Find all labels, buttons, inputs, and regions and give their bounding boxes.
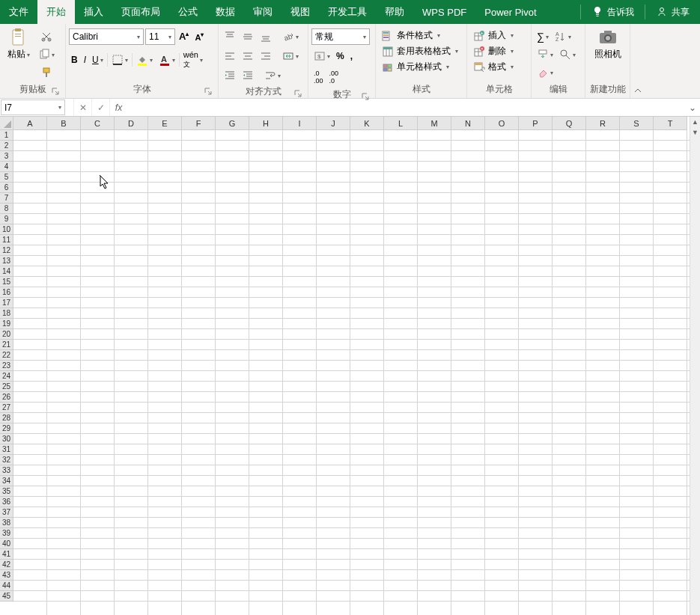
row-header[interactable]: 21 <box>0 340 13 350</box>
row-header[interactable]: 16 <box>0 287 13 298</box>
row-header[interactable]: 38 <box>0 518 13 528</box>
scroll-up-button[interactable]: ▲ <box>690 117 700 127</box>
scroll-down-button[interactable]: ▼ <box>690 127 700 138</box>
row-header[interactable]: 28 <box>0 413 13 423</box>
row-header[interactable]: 18 <box>0 308 13 319</box>
align-right-button[interactable] <box>258 48 274 64</box>
column-header[interactable]: B <box>47 117 81 130</box>
column-header[interactable]: S <box>620 117 654 130</box>
cancel-formula-button[interactable]: ✕ <box>73 99 91 116</box>
column-header[interactable]: F <box>182 117 216 130</box>
tab-wps-pdf[interactable]: WPS PDF <box>413 0 475 24</box>
row-header[interactable]: 17 <box>0 298 13 308</box>
spreadsheet-grid[interactable]: ABCDEFGHIJKLMNOPQRST 1234567891011121314… <box>0 117 700 615</box>
fill-button[interactable] <box>535 46 556 63</box>
cut-button[interactable] <box>36 28 57 45</box>
align-center-button[interactable] <box>240 48 256 64</box>
row-header[interactable]: 11 <box>0 235 13 245</box>
row-header[interactable]: 5 <box>0 172 13 183</box>
row-header[interactable]: 19 <box>0 319 13 329</box>
row-header[interactable]: 2 <box>0 141 13 151</box>
row-header[interactable]: 26 <box>0 392 13 403</box>
select-all-corner[interactable] <box>0 117 13 130</box>
row-header[interactable]: 8 <box>0 204 13 214</box>
column-header[interactable]: L <box>384 117 418 130</box>
cells-area[interactable] <box>13 130 690 615</box>
font-size-select[interactable]: 11▾ <box>145 28 175 45</box>
align-middle-button[interactable] <box>240 28 256 45</box>
row-header[interactable]: 3 <box>0 151 13 162</box>
row-header[interactable]: 33 <box>0 465 13 476</box>
column-header[interactable]: I <box>283 117 317 130</box>
name-box[interactable]: I7▾ <box>1 100 65 115</box>
row-header[interactable]: 39 <box>0 528 13 539</box>
decrease-font-button[interactable]: A▾ <box>192 29 206 44</box>
collapse-ribbon-button[interactable] <box>630 24 645 98</box>
row-header[interactable]: 36 <box>0 497 13 507</box>
phonetic-button[interactable]: wén文 <box>181 48 205 72</box>
enter-formula-button[interactable]: ✓ <box>91 99 109 116</box>
column-header[interactable]: D <box>115 117 148 130</box>
tab-home[interactable]: 开始 <box>37 0 75 24</box>
row-header[interactable]: 15 <box>0 277 13 287</box>
increase-decimal-button[interactable]: .0.00 <box>311 67 326 87</box>
column-header[interactable]: M <box>418 117 451 130</box>
camera-button[interactable]: 照相机 <box>588 25 627 61</box>
percent-button[interactable]: % <box>334 49 347 64</box>
fill-color-button[interactable] <box>134 52 155 68</box>
row-header[interactable]: 13 <box>0 256 13 266</box>
format-cells-button[interactable]: 格式 <box>470 60 517 74</box>
column-header[interactable]: G <box>216 117 249 130</box>
share-button[interactable]: 共享 <box>645 0 700 24</box>
align-top-button[interactable] <box>222 28 238 45</box>
underline-button[interactable]: U <box>90 52 106 67</box>
row-header[interactable]: 25 <box>0 382 13 392</box>
tab-insert[interactable]: 插入 <box>75 0 112 24</box>
column-header[interactable]: N <box>451 117 485 130</box>
row-header[interactable]: 7 <box>0 193 13 204</box>
row-header[interactable]: 41 <box>0 549 13 560</box>
table-format-button[interactable]: 套用表格格式 <box>379 44 461 58</box>
alignment-launcher[interactable] <box>293 88 303 99</box>
row-header[interactable]: 42 <box>0 560 13 570</box>
column-header[interactable]: A <box>13 117 47 130</box>
align-bottom-button[interactable] <box>258 28 274 45</box>
expand-formula-bar-button[interactable]: ⌄ <box>685 99 700 116</box>
vertical-scrollbar[interactable]: ▲ ▼ <box>690 117 700 615</box>
tab-help[interactable]: 帮助 <box>376 0 413 24</box>
row-header[interactable]: 30 <box>0 434 13 444</box>
italic-button[interactable]: I <box>82 52 88 67</box>
decrease-decimal-button[interactable]: .00.0 <box>327 67 341 87</box>
row-header[interactable]: 29 <box>0 423 13 434</box>
delete-cells-button[interactable]: × 删除 <box>470 44 517 58</box>
formula-input[interactable] <box>127 99 685 116</box>
column-header[interactable]: O <box>485 117 519 130</box>
column-header[interactable]: R <box>586 117 620 130</box>
tab-file[interactable]: 文件 <box>0 0 37 24</box>
find-button[interactable] <box>557 46 578 63</box>
row-header[interactable]: 4 <box>0 162 13 172</box>
row-header[interactable]: 1 <box>0 130 13 141</box>
bold-button[interactable]: B <box>69 52 80 67</box>
row-header[interactable]: 45 <box>0 591 13 602</box>
column-headers[interactable]: ABCDEFGHIJKLMNOPQRST <box>13 117 690 130</box>
row-header[interactable]: 12 <box>0 245 13 256</box>
tab-power-pivot[interactable]: Power Pivot <box>475 0 545 24</box>
row-header[interactable]: 23 <box>0 361 13 371</box>
row-header[interactable]: 37 <box>0 507 13 518</box>
autosum-button[interactable]: ∑ <box>535 28 551 45</box>
row-header[interactable]: 9 <box>0 214 13 224</box>
row-header[interactable]: 22 <box>0 350 13 361</box>
paste-button[interactable]: 粘贴 <box>3 25 34 61</box>
row-header[interactable]: 31 <box>0 444 13 455</box>
column-header[interactable]: E <box>148 117 182 130</box>
row-header[interactable]: 44 <box>0 581 13 591</box>
row-header[interactable]: 27 <box>0 403 13 413</box>
tell-me-search[interactable]: 告诉我 <box>581 0 645 24</box>
tab-page-layout[interactable]: 页面布局 <box>112 0 169 24</box>
column-header[interactable]: P <box>519 117 553 130</box>
borders-button[interactable] <box>109 52 130 68</box>
font-color-button[interactable]: A <box>156 52 177 68</box>
column-header[interactable]: J <box>317 117 350 130</box>
row-header[interactable]: 6 <box>0 183 13 193</box>
